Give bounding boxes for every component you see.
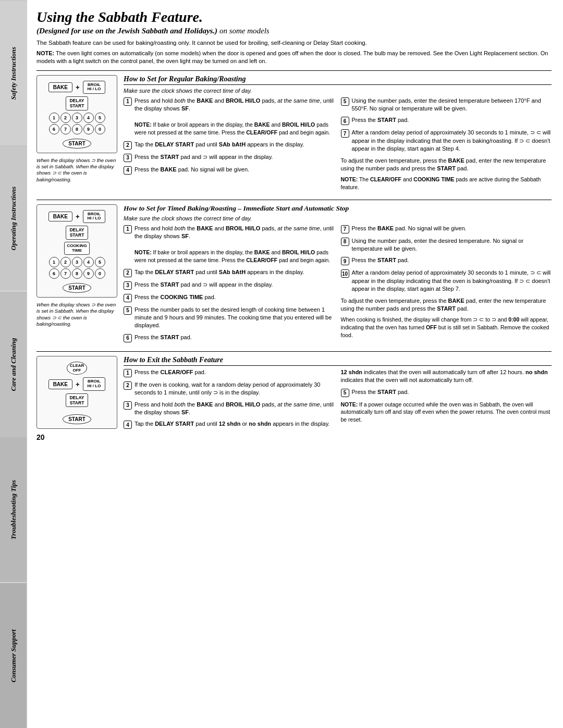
start-button-3[interactable]: START	[63, 414, 91, 424]
num-btn-9b[interactable]: 9	[83, 268, 94, 279]
step-number: 9	[341, 257, 349, 265]
bake-button-3[interactable]: BAKE	[48, 379, 72, 389]
step-item: 1 Press and hold both the BAKE and BROIL…	[124, 97, 335, 137]
page-title: Using the Sabbath Feature.	[36, 9, 552, 26]
num-btn-9[interactable]: 9	[83, 124, 94, 134]
note-content: The oven light comes on automatically (o…	[36, 50, 548, 64]
section2-steps-container: 1 Press and hold both the BAKE and BROIL…	[124, 225, 552, 346]
page-subtitle: (Designed for use on the Jewish Sabbath …	[36, 27, 552, 35]
note-text: NOTE: The oven light comes on automatica…	[36, 50, 552, 65]
step-item: 6 Press the START pad.	[124, 334, 335, 342]
num-btn-1[interactable]: 1	[49, 113, 59, 123]
step-number: 4	[124, 421, 132, 429]
adjust-note-2: To adjust the oven temperature, press th…	[341, 297, 552, 313]
step-text: Tap the DELAY START pad until 12 shdn or…	[134, 420, 335, 428]
num-btn-2[interactable]: 2	[60, 113, 71, 123]
sidebar-item-consumer[interactable]: Consumer Support	[0, 583, 27, 728]
broil-label-1: BROILHI / LO	[88, 83, 101, 92]
bottom-note-1: NOTE: The CLEAR/OFF and COOKING TIME pad…	[341, 176, 552, 191]
section3-wrapper: CLEAROFF BAKE + BROILHI / LO DELAYSTART	[36, 351, 552, 442]
step-text: Press the START pad and ⊃ will appear in…	[134, 281, 335, 289]
plus-sign-3: +	[76, 380, 80, 388]
section2-steps-right: 7 Press the BAKE pad. No signal will be …	[341, 225, 552, 346]
delay-start-button-3[interactable]: DELAYSTART	[66, 393, 88, 407]
step-number: 3	[124, 154, 132, 162]
start-button-2[interactable]: START	[63, 283, 91, 293]
broil-button-2[interactable]: BROILHI / LO	[83, 210, 106, 224]
num-btn-5b[interactable]: 5	[95, 257, 105, 267]
step-item: 6 Press the START pad.	[341, 116, 552, 125]
step-number: 5	[341, 389, 349, 397]
broil-button-1[interactable]: BROILHI / LO	[83, 81, 106, 94]
num-btn-7b[interactable]: 7	[60, 268, 71, 279]
adjust-note-1: To adjust the oven temperature, press th…	[341, 157, 552, 173]
num-btn-2b[interactable]: 2	[60, 257, 71, 267]
step-text: Press and hold both the BAKE and BROIL H…	[134, 97, 335, 137]
sidebar-item-safety[interactable]: Safety Instructions	[0, 0, 27, 145]
step-number: 2	[124, 141, 132, 150]
step-number: 5	[124, 306, 132, 315]
num-btn-0b[interactable]: 0	[95, 268, 105, 279]
num-btn-3b[interactable]: 3	[72, 257, 82, 267]
section1-make-sure: Make sure the clock shows the correct ti…	[124, 88, 552, 94]
sidebar-item-care[interactable]: Care and Cleaning	[0, 291, 27, 437]
step-note: NOTE: If bake or broil appears in the di…	[134, 121, 330, 135]
oven-diagram-2: BAKE + BROILHI / LO DELAYSTART COOKINGTI…	[36, 204, 117, 298]
section2-make-sure: Make sure the clock shows the correct ti…	[124, 215, 552, 221]
num-btn-1b[interactable]: 1	[49, 257, 59, 267]
clear-off-button[interactable]: CLEAROFF	[67, 362, 88, 375]
num-row-bottom-1: 6 7 8 9 0	[49, 124, 105, 134]
num-btn-8[interactable]: 8	[72, 124, 82, 134]
intro-text: The Sabbath feature can be used for baki…	[36, 39, 552, 47]
step-item: 1 Press the CLEAR/OFF pad.	[124, 368, 335, 377]
delay-start-button-1[interactable]: DELAYSTART	[66, 96, 88, 110]
cooking-time-button-2[interactable]: COOKINGTIME	[64, 242, 89, 255]
step-item: 9 Press the START pad.	[341, 256, 552, 265]
oven-top-row-2: BAKE + BROILHI / LO	[41, 210, 113, 224]
step-text: If the oven is cooking, wait for a rando…	[134, 381, 335, 397]
num-btn-4[interactable]: 4	[83, 113, 94, 123]
num-btn-5[interactable]: 5	[95, 113, 105, 123]
step-text: Tap the DELAY START pad until SAb bAtH a…	[134, 141, 335, 149]
num-btn-4b[interactable]: 4	[83, 257, 94, 267]
delay-start-button-2[interactable]: DELAYSTART	[66, 226, 88, 239]
bake-button-1[interactable]: BAKE	[48, 82, 72, 92]
diagram-caption-1: When the display shows ⊃ the oven is set…	[36, 157, 117, 183]
section1-row: BAKE + BROILHI / LO DELAYSTART 1 2 3	[36, 70, 552, 194]
step-number: 6	[341, 117, 349, 125]
section3-left-panel: CLEAROFF BAKE + BROILHI / LO DELAYSTART	[36, 356, 117, 442]
step-number: 2	[124, 269, 132, 277]
num-btn-3[interactable]: 3	[72, 113, 82, 123]
num-btn-6b[interactable]: 6	[49, 268, 59, 279]
num-btn-8b[interactable]: 8	[72, 268, 82, 279]
step-number: 1	[124, 369, 132, 377]
step-text: Press the START pad and ⊃ will appear in…	[134, 153, 335, 161]
broil-label-2: BROILHI / LO	[88, 212, 101, 221]
step-text: Press and hold both the BAKE and BROIL H…	[134, 225, 335, 265]
section1-steps-container: 1 Press and hold both the BAKE and BROIL…	[124, 97, 552, 194]
step-item: 3 Press and hold both the BAKE and BROIL…	[124, 401, 335, 417]
num-btn-6[interactable]: 6	[49, 124, 59, 134]
num-btn-7[interactable]: 7	[60, 124, 71, 134]
step-note: NOTE: If bake or broil appears in the di…	[134, 249, 330, 263]
sidebar-item-operating[interactable]: Operating Instructions	[0, 145, 27, 291]
step-text: Using the number pads, enter the desired…	[352, 237, 552, 253]
sidebar-item-troubleshooting[interactable]: Troubleshooting Tips	[0, 437, 27, 582]
step-item: 12 shdn indicates that the oven will aut…	[341, 368, 552, 385]
section1-heading: How to Set for Regular Baking/Roasting	[124, 75, 552, 85]
oven-diagram-1: BAKE + BROILHI / LO DELAYSTART 1 2 3	[36, 75, 117, 153]
section3-steps-left: 1 Press the CLEAR/OFF pad. 2 If the oven…	[124, 368, 335, 433]
broil-button-3[interactable]: BROILHI / LO	[83, 377, 106, 391]
diagram-caption-2: When the display shows ⊃ the oven is set…	[36, 302, 117, 327]
start-button-1[interactable]: START	[63, 139, 91, 149]
num-btn-0[interactable]: 0	[95, 124, 105, 134]
section1-steps-right: 5 Using the number pads, enter the desir…	[341, 97, 552, 194]
step-item: 3 Press the START pad and ⊃ will appear …	[124, 281, 335, 290]
step-number: 3	[124, 281, 132, 290]
oven-top-row-1: BAKE + BROILHI / LO	[41, 81, 113, 94]
section3-heading: How to Exit the Sabbath Feature	[124, 356, 552, 366]
subtitle-bold: (Designed for use on the Jewish Sabbath …	[36, 27, 217, 35]
section1-left-panel: BAKE + BROILHI / LO DELAYSTART 1 2 3	[36, 75, 117, 194]
bake-button-2[interactable]: BAKE	[48, 212, 72, 221]
section2-steps-left: 1 Press and hold both the BAKE and BROIL…	[124, 225, 335, 346]
